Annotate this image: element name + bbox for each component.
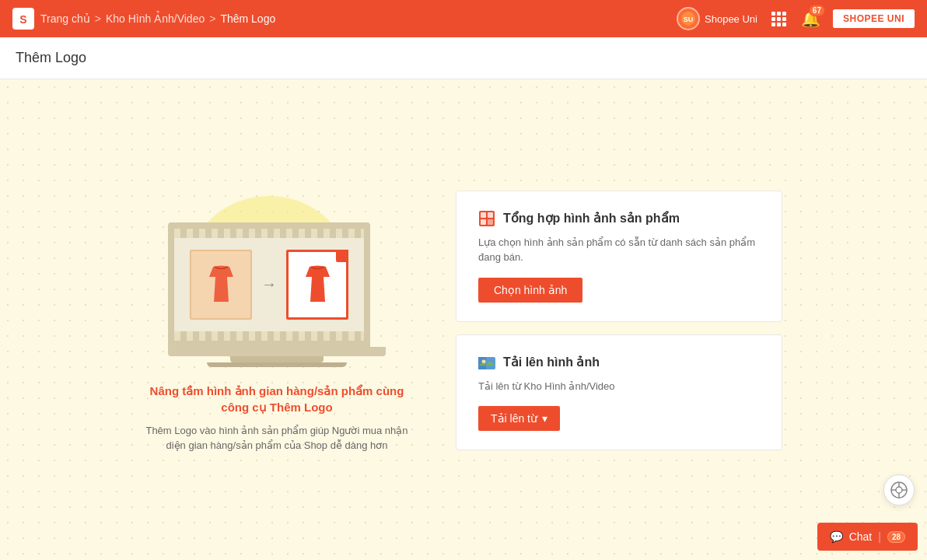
grid-dots (771, 12, 786, 26)
breadcrumb-sep1: > (95, 12, 101, 25)
notification-button[interactable]: 🔔 67 (801, 9, 820, 28)
nav-right: SU Shopee Uni 🔔 67 SHOPEE UNI (677, 7, 915, 30)
laptop-feet (207, 362, 347, 367)
top-navigation: S Trang chủ > Kho Hình Ảnh/Video > Thêm … (0, 0, 927, 37)
support-button[interactable] (883, 474, 915, 506)
shopee-logo-icon: S (12, 8, 34, 30)
chat-label: Chat (849, 530, 873, 543)
svg-rect-8 (488, 219, 493, 225)
option1-header: Tổng hợp hình ảnh sản phẩm (478, 210, 760, 227)
page-title: Thêm Logo (16, 50, 911, 66)
avatar-image: SU (677, 7, 700, 30)
product-box-left (190, 250, 252, 320)
laptop-stand (230, 356, 324, 362)
shopee-uni-label: Shopee Uni (705, 13, 757, 25)
illustration-container: → (160, 188, 394, 367)
chevron-down-icon: ▾ (542, 412, 547, 425)
breadcrumb-kho[interactable]: Kho Hình Ảnh/Video (106, 12, 205, 25)
screen-bottom-bar (174, 331, 364, 341)
svg-rect-5 (481, 212, 486, 218)
breadcrumb: Trang chủ > Kho Hình Ảnh/Video > Thêm Lo… (40, 12, 275, 25)
option-card-1: Tổng hợp hình ảnh sản phẩm Lựa chọn hình… (456, 191, 782, 322)
laptop-base (168, 347, 386, 356)
laptop-illustration: → (168, 222, 386, 367)
option1-description: Lựa chọn hình ảnh sản phẩm có sẵn từ dan… (478, 235, 760, 265)
main-content: → Nâng tầm hình ảnh gi (0, 79, 927, 560)
right-panel: Tổng hợp hình ảnh sản phẩm Lựa chọn hình… (456, 191, 782, 451)
upload-button-label: Tải lên từ (491, 412, 537, 425)
left-panel: → Nâng tầm hình ảnh gi (145, 188, 409, 453)
illustration-title: Nâng tầm hình ảnh gian hàng/sản phẩm cùn… (145, 383, 409, 415)
svg-point-13 (896, 487, 902, 493)
option1-title: Tổng hợp hình ảnh sản phẩm (503, 211, 680, 226)
sub-header: Thêm Logo (0, 37, 927, 79)
option2-title: Tải lên hình ảnh (503, 355, 600, 369)
breadcrumb-current: Thêm Logo (220, 12, 275, 25)
shopee-uni-avatar[interactable]: SU Shopee Uni (677, 7, 757, 30)
arrow-right-icon: → (261, 275, 277, 293)
upload-button[interactable]: Tải lên từ ▾ (478, 406, 560, 431)
grid-icon[interactable] (770, 9, 789, 28)
breadcrumb-home[interactable]: Trang chủ (40, 12, 90, 25)
illustration-description: Thêm Logo vào hình ảnh sản phẩm giúp Ngư… (145, 423, 409, 453)
notification-badge: 67 (809, 5, 825, 16)
option2-description: Tải lên từ Kho Hình ảnh/Video (478, 379, 760, 394)
nav-left: S Trang chủ > Kho Hình Ảnh/Video > Thêm … (12, 8, 275, 30)
choose-image-button[interactable]: Chọn hình ảnh (478, 278, 582, 303)
shopee-uni-button[interactable]: SHOPEE UNI (833, 9, 915, 28)
product-box-right (286, 250, 348, 320)
screen-top-bar (174, 229, 364, 238)
laptop-screen: → (168, 222, 370, 347)
option-card-2: Tải lên hình ảnh Tải lên từ Kho Hình ảnh… (456, 334, 782, 451)
upload-image-icon (478, 354, 495, 371)
svg-text:SU: SU (684, 16, 694, 23)
product-image-icon (478, 210, 495, 227)
chat-badge: 28 (887, 531, 905, 543)
dress-icon-left (204, 263, 239, 306)
dress-icon-right (300, 263, 335, 306)
svg-rect-6 (488, 212, 493, 218)
chat-separator: | (878, 530, 881, 543)
breadcrumb-sep2: > (209, 12, 215, 25)
laptop-content: → (177, 250, 361, 320)
chat-button[interactable]: 💬 Chat | 28 (817, 523, 918, 551)
chat-icon: 💬 (830, 530, 843, 543)
option2-header: Tải lên hình ảnh (478, 354, 760, 371)
support-icon (890, 481, 908, 499)
svg-rect-7 (481, 219, 486, 225)
svg-text:S: S (19, 13, 26, 26)
